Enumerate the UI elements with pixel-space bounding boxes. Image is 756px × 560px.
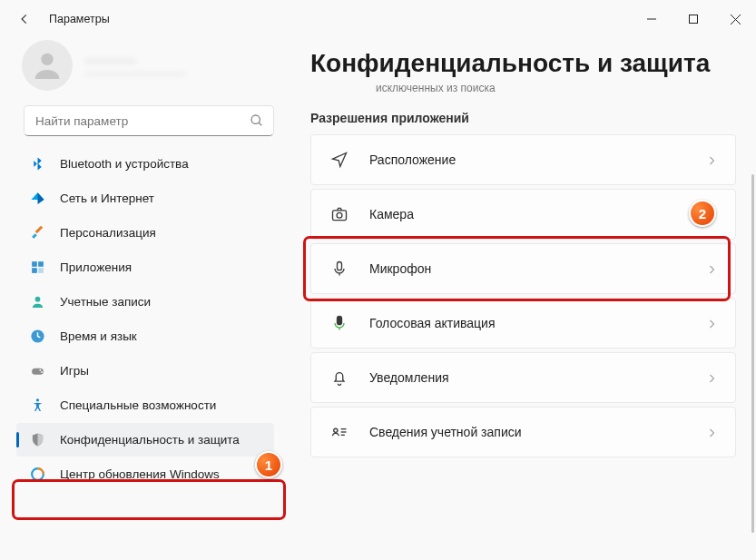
search-box[interactable] [24,105,274,136]
svg-rect-9 [32,268,37,273]
permissions-list: Расположение Камера Микрофон Голосовая а… [310,134,736,463]
titlebar: Параметры [0,0,756,38]
sidebar-item-bluetooth[interactable]: Bluetooth и устройства [16,147,274,181]
gamepad-icon [29,363,45,379]
sidebar-item-windows-update[interactable]: Центр обновления Windows [16,457,274,491]
svg-rect-8 [38,261,44,267]
apps-icon [29,260,45,276]
sidebar-item-label: Приложения [60,260,132,274]
sidebar-nav: Bluetooth и устройства Сеть и Интернет П… [0,142,283,491]
shield-icon [29,432,45,448]
page-title: Конфиденциальность и защита [310,42,736,84]
sidebar-item-label: Учетные записи [60,295,151,309]
perm-camera[interactable]: Камера [310,189,736,240]
main-content: Конфиденциальность и защита исключенных … [287,38,756,560]
window-controls [631,5,756,34]
search-input[interactable] [35,114,250,128]
update-icon [29,467,45,483]
svg-rect-20 [338,262,342,270]
sidebar-item-privacy[interactable]: Конфиденциальность и защита [16,423,274,457]
globe-clock-icon [29,329,45,345]
camera-icon [329,204,349,224]
sidebar-item-accessibility[interactable]: Специальные возможности [16,388,274,422]
svg-line-6 [259,123,261,125]
sidebar-item-label: Bluetooth и устройства [60,157,189,171]
back-button[interactable] [16,11,33,27]
svg-point-4 [41,54,53,65]
perm-label: Голосовая активация [369,316,686,330]
perm-notifications[interactable]: Уведомления [310,352,736,403]
minimize-button[interactable] [631,5,673,34]
accessibility-icon [29,398,45,414]
perm-label: Уведомления [369,370,686,385]
partial-row-text: исключенных из поиска [376,82,736,94]
chevron-right-icon [706,426,719,438]
svg-rect-1 [690,15,698,24]
svg-rect-18 [333,211,347,221]
profile-text: ———— —————————— [85,53,185,78]
profile-block[interactable]: ———— —————————— [0,38,283,105]
voice-icon [329,313,349,333]
sidebar-item-accounts[interactable]: Учетные записи [16,285,274,319]
sidebar: ———— —————————— Bluetooth и устройства С… [0,38,287,560]
section-title: Разрешения приложений [310,111,736,125]
svg-point-14 [39,369,41,371]
svg-point-15 [41,371,43,373]
sidebar-item-label: Игры [60,364,89,378]
search-icon [250,113,264,128]
chevron-right-icon [706,317,719,329]
maximize-button[interactable] [673,5,714,34]
location-icon [329,150,349,170]
perm-voice-activation[interactable]: Голосовая активация [310,298,736,349]
chevron-right-icon [706,262,719,275]
sidebar-item-label: Конфиденциальность и защита [60,433,240,447]
window-title: Параметры [49,13,110,25]
sidebar-item-apps[interactable]: Приложения [16,251,274,284]
annotation-badge-1: 1 [255,451,282,478]
perm-label: Микрофон [369,261,686,276]
svg-rect-10 [38,268,44,273]
account-card-icon [329,422,349,442]
sidebar-item-network[interactable]: Сеть и Интернет [16,182,274,215]
sidebar-item-label: Специальные возможности [60,398,216,412]
perm-label: Сведения учетной записи [369,425,686,439]
perm-label: Камера [369,207,686,221]
brush-icon [29,225,45,241]
svg-point-22 [334,428,338,432]
bell-icon [329,368,349,388]
chevron-right-icon [706,153,719,166]
scrollbar[interactable] [751,174,754,533]
svg-point-11 [34,297,40,302]
perm-account-info[interactable]: Сведения учетной записи [310,407,736,457]
avatar [22,40,73,91]
microphone-icon [329,259,349,279]
sidebar-item-label: Центр обновления Windows [60,467,220,481]
sidebar-item-time-language[interactable]: Время и язык [16,319,274,353]
person-icon [29,294,45,310]
chevron-right-icon [706,371,719,384]
perm-microphone[interactable]: Микрофон [310,243,736,294]
svg-rect-7 [32,261,37,267]
close-button[interactable] [714,5,756,34]
svg-rect-21 [338,317,342,325]
perm-location[interactable]: Расположение [310,134,736,185]
perm-label: Расположение [369,152,686,167]
svg-point-16 [35,398,38,401]
svg-point-5 [251,115,260,123]
bluetooth-icon [29,156,45,172]
sidebar-item-label: Персонализация [60,226,156,240]
wifi-icon [29,191,45,207]
svg-point-19 [337,212,342,218]
profile-email: —————————— [85,67,185,78]
sidebar-item-gaming[interactable]: Игры [16,354,274,388]
sidebar-item-label: Сеть и Интернет [60,192,154,205]
sidebar-item-label: Время и язык [60,329,137,343]
sidebar-item-personalization[interactable]: Персонализация [16,216,274,250]
profile-name: ———— [85,53,185,67]
annotation-badge-2: 2 [689,200,716,227]
